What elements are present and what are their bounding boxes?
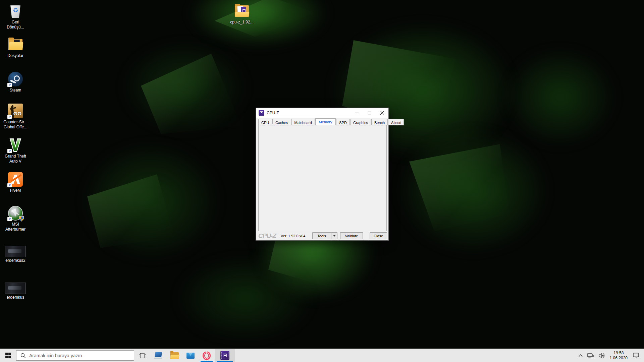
icon-label: Geri — [7, 20, 24, 25]
task-view-icon — [139, 353, 146, 358]
taskbar-opera-gx-button[interactable] — [199, 349, 215, 362]
window-title: CPU-Z — [267, 111, 279, 115]
desktop-icon-cpuz-installer[interactable]: cpu-z_1.92... — [226, 3, 257, 25]
uac-shield-icon — [19, 216, 24, 222]
cpuz-window: CPU-Z CPU Caches Mainboard Memory SPD Gr… — [256, 108, 389, 241]
tab-spd[interactable]: SPD — [336, 119, 350, 125]
shortcut-arrow-icon: ↗ — [7, 217, 12, 221]
icon-label: cpu-z_1.92... — [230, 20, 253, 25]
image-thumbnail-icon — [5, 246, 26, 257]
taskbar: 19:58 1.06.2020 — [0, 349, 644, 362]
action-center-icon — [633, 353, 639, 358]
shortcut-arrow-icon: ↗ — [7, 83, 12, 87]
tab-about[interactable]: About — [388, 119, 404, 125]
tab-bench[interactable]: Bench — [371, 119, 388, 125]
desktop-icon-gtav[interactable]: ↗ Grand Theft Auto V — [0, 137, 31, 164]
icon-label: Steam — [10, 88, 21, 93]
fivem-icon: ↗ — [8, 172, 23, 187]
maximize-button — [363, 108, 376, 118]
desktop-icon-steam[interactable]: ↗ Steam — [0, 71, 31, 93]
chevron-up-icon — [579, 354, 583, 357]
tab-graphics[interactable]: Graphics — [350, 119, 371, 125]
cpuz-installer-folder-icon — [234, 3, 250, 19]
msi-afterburner-icon: ↗ — [8, 205, 23, 221]
titlebar[interactable]: CPU-Z — [256, 108, 388, 118]
icon-label: FiveM — [10, 188, 21, 193]
chevron-down-icon — [333, 235, 336, 237]
windows-logo-icon — [5, 353, 11, 358]
csgo-icon: GO ↗ — [8, 103, 23, 119]
close-dialog-button[interactable]: Close — [370, 232, 387, 239]
icon-label: Dosyalar — [7, 53, 23, 58]
tab-mainboard[interactable]: Mainboard — [291, 119, 315, 125]
cpuz-taskbar-icon — [220, 351, 229, 360]
start-button[interactable] — [0, 349, 16, 362]
icon-label: Auto V — [5, 159, 26, 164]
search-input[interactable] — [29, 353, 134, 358]
desktop-icon-recycle-bin[interactable]: ♻ Geri Dönüşü... — [0, 3, 31, 30]
tray-chevron-up-button[interactable] — [576, 349, 585, 362]
system-tray: 19:58 1.06.2020 — [576, 349, 644, 362]
desktop-icon-csgo[interactable]: GO ↗ Counter-Str... Global Offe... — [0, 103, 31, 130]
taskbar-clock[interactable]: 19:58 1.06.2020 — [607, 351, 630, 361]
desktop-icon-erdemkus2[interactable]: erdemkus2 — [0, 246, 31, 263]
file-explorer-icon — [170, 352, 179, 359]
minimize-button[interactable] — [350, 108, 363, 118]
icon-label: erdemkus2 — [5, 258, 25, 263]
cpuz-app-icon — [259, 110, 264, 116]
shortcut-arrow-icon: ↗ — [7, 183, 12, 187]
window-footer: CPU-Z Ver. 1.92.0.x64 Tools Validate Clo… — [256, 231, 388, 240]
recycle-bin-icon: ♻ — [8, 3, 23, 19]
tools-dropdown-button[interactable] — [331, 232, 337, 239]
version-text: Ver. 1.92.0.x64 — [281, 234, 305, 238]
icon-label: erdemkus — [7, 295, 24, 300]
tray-network-button[interactable] — [585, 349, 596, 362]
close-button[interactable] — [376, 108, 388, 118]
desktop-icon-dosyalar[interactable]: Dosyalar — [0, 37, 31, 58]
folder-icon — [8, 37, 23, 52]
tools-button[interactable]: Tools — [312, 232, 331, 239]
taskbar-mail-button[interactable] — [182, 349, 199, 362]
tray-volume-button[interactable] — [596, 349, 607, 362]
shortcut-arrow-icon: ↗ — [7, 115, 12, 119]
taskbar-search[interactable] — [16, 350, 134, 361]
image-thumbnail-icon — [5, 283, 26, 294]
shortcut-arrow-icon: ↗ — [7, 149, 12, 153]
this-pc-icon — [154, 352, 162, 359]
icon-label: MSI — [5, 222, 25, 227]
icon-label: Global Offe... — [3, 125, 27, 130]
action-center-button[interactable] — [630, 349, 644, 362]
desktop-icon-msi-afterburner[interactable]: ↗ MSI Afterburner — [0, 205, 31, 232]
taskbar-this-pc-button[interactable] — [150, 349, 166, 362]
search-icon — [20, 353, 26, 358]
taskbar-file-explorer-button[interactable] — [166, 349, 182, 362]
mail-icon — [186, 353, 195, 359]
desktop-icon-fivem[interactable]: ↗ FiveM — [0, 172, 31, 193]
memory-tab-page — [258, 125, 387, 231]
icon-label: Grand Theft — [5, 154, 26, 159]
gtav-icon: ↗ — [8, 137, 23, 153]
desktop-icon-erdemkus[interactable]: erdemkus — [0, 283, 31, 300]
icon-label: Dönüşü... — [7, 25, 24, 30]
network-icon — [587, 353, 594, 358]
steam-icon: ↗ — [8, 71, 23, 87]
clock-time: 19:58 — [610, 351, 628, 356]
icon-label: Counter-Str... — [3, 120, 27, 125]
clock-date: 1.06.2020 — [610, 356, 628, 361]
validate-button[interactable]: Validate — [340, 232, 363, 239]
tab-memory[interactable]: Memory — [315, 118, 336, 125]
opera-gx-icon — [203, 351, 211, 360]
speaker-icon — [599, 353, 605, 358]
icon-label: Afterburner — [5, 227, 25, 232]
cpuz-logo: CPU-Z — [258, 232, 276, 240]
taskbar-cpuz-button[interactable] — [215, 349, 235, 362]
task-view-button[interactable] — [134, 349, 150, 362]
